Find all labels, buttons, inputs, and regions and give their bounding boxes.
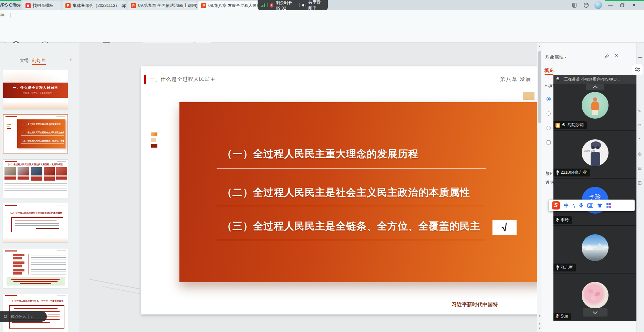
wps-window: WPS Office 找稻壳模板 P 集体备课会（20231113） .ppt … [0, 0, 644, 332]
docer-icon [25, 3, 31, 8]
participant-name-badge: 李玲 [553, 216, 572, 224]
collapse-chat-icon[interactable]: ‹ [31, 314, 32, 319]
tab-document-2[interactable]: P 09.第九章 全面依法治国(上课用) .pp [127, 1, 197, 10]
speaking-status-bar: 正在讲话: 小程序用户PsrSXKQ... [553, 75, 636, 84]
scrollbar-thumb[interactable] [538, 51, 541, 123]
slide-page[interactable]: 一、什么是全过程人民民主 第八章 发展 （一）全过程人民民主重大理念的发展历程 … [141, 66, 537, 314]
checkmark-box[interactable]: √ [492, 220, 517, 235]
slide-thumbnail-5[interactable] [3, 249, 68, 288]
participant-tile[interactable]: 马院沙莉 [553, 84, 636, 131]
ime-punctuation-toggle[interactable]: ’, [573, 203, 575, 208]
slide-canvas[interactable]: 一、什么是全过程人民民主 第八章 发展 （一）全过程人民民主重大理念的发展历程 … [79, 43, 537, 332]
slide-content-box[interactable]: （一）全过程人民民主重大理念的发展历程 （二）全过程人民民主是社会主义民主政治的… [179, 102, 537, 282]
tab-document-1[interactable]: P 集体备课会（20231113） .ppt [62, 1, 126, 10]
slide-thumbnail-2-selected[interactable]: （一）全过程人民民主重大理念的发展历程 （二）全过程人民民主是社会主义民主政治的… [3, 114, 68, 153]
3d-cube-icon[interactable] [583, 2, 589, 8]
right-tool-strip: — ✎ ✂ ◔ ◍ ▤ ◫ [636, 43, 644, 332]
sogou-logo-icon[interactable]: S [552, 201, 560, 210]
scroll-down-icon[interactable]: ▼ [538, 314, 541, 318]
ime-voice-icon[interactable] [579, 203, 583, 208]
panel-title[interactable]: 对象属性 [546, 54, 567, 60]
fill-tab[interactable]: 填充 [544, 67, 553, 74]
pen-tool-icon[interactable]: ✎ [638, 109, 641, 114]
mobile-view-icon[interactable] [572, 2, 577, 8]
participant-avatar [582, 92, 609, 119]
slide-thumbnail-1[interactable]: 一、什么是全过程人民民主 ——全链条、全方位、全覆盖的民主 [3, 70, 68, 109]
slide-item-3: （三）全过程人民民主是全链条、全方位、全覆盖的民主 [222, 219, 480, 233]
thumb-photo [4, 167, 16, 175]
mic-muted-icon [555, 314, 559, 319]
close-panel-icon[interactable]: ✕ [614, 53, 619, 58]
title-bar: WPS Office 找稻壳模板 P 集体备课会（20231113） .ppt … [0, 0, 644, 10]
participant-tile[interactable]: Sue [553, 274, 636, 321]
avatar-caption: Share One [584, 150, 595, 152]
participant-avatar: Share One [582, 139, 609, 166]
menu-bar: 文件 ↺ ↻ 开始 插入 设计 切换 动画 放映 审阅 视图 工具 会员专享 [0, 10, 644, 20]
ribbon-toolbar: 式刷 粘贴 ✂ 当页开始 新建幻灯片 版式 重置 节 [0, 20, 644, 43]
app-menu-button[interactable]: WPS Office [0, 2, 21, 8]
fill-option-checkbox[interactable] [547, 140, 551, 144]
tab-slides[interactable]: 幻灯片 [32, 57, 45, 64]
more-participants-button[interactable] [583, 308, 607, 317]
ime-keyboard-icon[interactable] [587, 203, 593, 208]
meeting-chat-bar[interactable]: ☺ 说点什么 ‹ [0, 311, 47, 322]
close-button[interactable]: ✕ [632, 2, 636, 8]
previous-slide-button[interactable]: ▲ [538, 322, 541, 325]
chat-input-placeholder[interactable]: 说点什么 [11, 314, 26, 319]
thumb-photo [18, 167, 29, 175]
collapse-panel-button[interactable]: — [638, 55, 642, 60]
window-controls: — ✕ [572, 0, 636, 10]
mic-icon [555, 170, 559, 175]
signal-strength-icon [261, 3, 265, 7]
participant-name-badge: Sue [553, 313, 571, 320]
participant-avatar [582, 234, 609, 261]
slide-header-left: 一、什么是全过程人民民主 [149, 76, 216, 83]
slide-thumbnail-3[interactable]: （一）全过程人民民主重大理念的发展历程（见书164页） [3, 159, 68, 199]
file-menu[interactable]: 文件 [0, 12, 4, 19]
restore-button[interactable] [620, 3, 624, 7]
next-slide-button[interactable]: ▼ [538, 327, 541, 330]
participant-tile[interactable]: 张吉军 [553, 226, 636, 274]
minimize-button[interactable]: — [608, 3, 613, 8]
decor-stripe [151, 144, 157, 148]
ime-toolbar[interactable]: S 中 ’, [549, 200, 635, 211]
ime-toolbox-icon[interactable] [606, 203, 611, 208]
tab-docer-templates[interactable]: 找稻壳模板 [22, 1, 61, 10]
user-avatar[interactable] [594, 1, 602, 9]
speaking-label: 正在讲话: 小程序用户PsrSXKQ... [564, 77, 620, 82]
mic-icon [555, 265, 559, 270]
panel-tool-icon[interactable]: ◫ [638, 180, 642, 185]
ime-language-toggle[interactable]: 中 [564, 202, 569, 209]
participant-tile[interactable]: Share One 221004张吉业 [553, 131, 636, 179]
emoji-icon[interactable]: ☺ [3, 314, 8, 319]
canvas-scrollbar[interactable]: ▲ ▼ ▲ ▼ [537, 43, 542, 332]
timer-alert-icon: i [270, 3, 273, 8]
thumb-photo [31, 167, 42, 175]
slide-header-right: 第八章 发展 [500, 76, 531, 83]
collapse-videos-button[interactable] [586, 84, 604, 90]
slide-thumbnail-4[interactable]: （二）全过程人民民主是社会主义民主政治的本质属性 [3, 203, 68, 243]
speaker-icon [302, 3, 306, 7]
slide-sidebar: 大纲 幻灯片 ‹ 一、什么是全过程人民民主 ——全链条、全方位、全覆盖的民主 （… [0, 43, 79, 332]
mic-icon [562, 123, 565, 128]
thumb-photo [56, 167, 67, 175]
thumb-photo [44, 167, 55, 175]
cut-tool-icon[interactable]: ✂ [638, 122, 641, 127]
chart-tool-icon[interactable]: ◔ [638, 136, 640, 141]
green-accent-strip [0, 0, 21, 1]
scroll-up-icon[interactable]: ▲ [538, 45, 541, 48]
fill-option-radio[interactable] [547, 126, 551, 130]
collapse-sidebar-button[interactable]: ‹ [70, 56, 72, 63]
fill-option-radio[interactable] [547, 111, 551, 116]
grid-tool-icon[interactable]: ▤ [638, 166, 642, 171]
decor-stripe [151, 138, 156, 142]
tab-outline[interactable]: 大纲 [20, 57, 29, 64]
remaining-time-label: 剩余时长09:02 [276, 0, 297, 11]
ppt-file-icon: P [131, 3, 136, 8]
properties-tool-button-active[interactable] [632, 64, 643, 75]
fill-option-radio-selected[interactable] [547, 97, 551, 101]
clock-tool-icon[interactable]: ◍ [638, 151, 641, 156]
meeting-status-overlay[interactable]: i 剩余时长09:02 共享音频中 [258, 0, 328, 10]
ime-skin-icon[interactable] [597, 203, 603, 208]
pin-icon[interactable] [604, 53, 609, 58]
